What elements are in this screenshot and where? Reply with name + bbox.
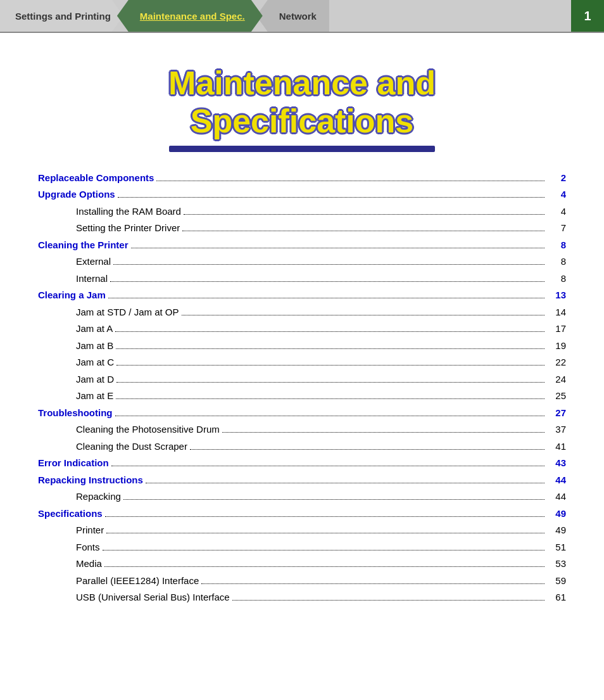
toc-dots [116,398,544,399]
toc-page: 22 [547,355,566,370]
toc-label: Specifications [38,507,103,521]
toc-entry[interactable]: Jam at A17 [38,322,566,336]
toc-entry[interactable]: Jam at C22 [38,355,566,370]
toc-page: 19 [547,339,566,353]
tab-network-label: Network [279,11,317,22]
toc-page: 25 [547,389,566,404]
toc-dots [222,432,544,433]
toc-dots [182,315,544,315]
tab-bar: Settings and Printing Maintenance and Sp… [0,0,604,33]
toc-entry[interactable]: Media53 [38,557,566,571]
toc-entry[interactable]: Jam at E25 [38,389,566,404]
tab-settings-printing[interactable]: Settings and Printing [0,0,123,32]
toc-dots [123,499,544,500]
toc-page: 8 [547,272,566,286]
toc-label: Cleaning the Photosensitive Drum [76,423,220,437]
toc-entry[interactable]: Cleaning the Dust Scraper41 [38,440,566,454]
toc-dots [108,298,544,298]
toc-page: 8 [547,255,566,269]
toc-page: 61 [547,590,566,605]
toc-entry[interactable]: Troubleshooting27 [38,406,566,421]
toc-label: Repacking [76,490,121,504]
toc-entry[interactable]: Setting the Printer Driver7 [38,221,566,236]
toc-dots [232,600,544,601]
toc-dots [110,281,544,282]
toc-label: Upgrade Options [38,188,115,202]
toc-dots [113,264,544,265]
toc-entry[interactable]: Repacking Instructions44 [38,473,566,488]
toc-page: 53 [547,557,566,571]
toc-label: Troubleshooting [38,406,113,421]
toc-entry[interactable]: Jam at D24 [38,372,566,387]
toc-dots [184,214,544,215]
toc-page: 17 [547,322,566,336]
toc-page: 49 [547,523,566,538]
toc-page: 59 [547,574,566,589]
title-underline [169,146,435,152]
toc-page: 27 [547,406,566,421]
toc-dots [111,466,544,466]
toc-entry[interactable]: USB (Universal Serial Bus) Interface61 [38,590,566,605]
toc-label: Jam at E [76,389,113,404]
toc-label: Fonts [76,540,100,555]
toc-entry[interactable]: Upgrade Options4 [38,188,566,202]
toc-label: Jam at D [76,372,114,387]
toc-page: 4 [547,188,566,202]
toc-dots [104,566,544,567]
toc-label: Cleaning the Dust Scraper [76,440,187,454]
toc-label: Printer [76,523,104,538]
toc-entry[interactable]: Cleaning the Printer8 [38,238,566,253]
toc-dots [105,516,544,517]
toc-entry[interactable]: Specifications49 [38,507,566,521]
toc-label: Repacking Instructions [38,473,143,488]
tab-settings-printing-label: Settings and Printing [15,11,111,22]
toc-page: 49 [547,507,566,521]
toc-entry[interactable]: Parallel (IEEE1284) Interface59 [38,574,566,589]
toc-entry[interactable]: Installing the RAM Board4 [38,205,566,219]
toc-dots [103,550,544,550]
title-line2: Specifications [38,103,566,141]
toc-entry[interactable]: Repacking44 [38,490,566,504]
title-line1: Maintenance and [38,65,566,103]
toc-entry[interactable]: Fonts51 [38,540,566,555]
toc-page: 51 [547,540,566,555]
toc-entry[interactable]: Clearing a Jam13 [38,288,566,303]
toc-page: 4 [547,205,566,219]
toc-label: Cleaning the Printer [38,238,129,253]
toc-entry[interactable]: Jam at B19 [38,339,566,353]
toc-dots [115,331,544,332]
toc-entry[interactable]: Internal8 [38,272,566,286]
toc-dots [182,231,544,231]
toc-label: Jam at C [76,355,114,370]
toc-label: Error Indication [38,456,109,471]
toc-entry[interactable]: Jam at STD / Jam at OP14 [38,305,566,320]
toc-entry[interactable]: Cleaning the Photosensitive Drum37 [38,423,566,437]
toc-dots [115,416,545,416]
toc-entry[interactable]: External8 [38,255,566,269]
main-content: Maintenance and Specifications Replaceab… [0,33,604,633]
toc-dots [131,248,544,248]
toc-page: 44 [547,490,566,504]
toc-label: Setting the Printer Driver [76,221,180,236]
toc-dots [116,382,544,383]
toc-page: 43 [547,456,566,471]
toc-entry[interactable]: Printer49 [38,523,566,538]
toc-label: Jam at A [76,322,113,336]
toc-dots [106,533,544,533]
toc-dots [118,197,544,198]
toc-entry[interactable]: Replaceable Components2 [38,171,566,186]
toc-page: 41 [547,440,566,454]
tab-maintenance[interactable]: Maintenance and Spec. [117,0,263,32]
page-number: 1 [571,0,604,32]
toc-page: 2 [547,171,566,186]
toc-label: USB (Universal Serial Bus) Interface [76,590,230,605]
toc-dots [116,348,544,349]
toc-page: 7 [547,221,566,236]
toc-dots [146,483,544,483]
table-of-contents: Replaceable Components2Upgrade Options4I… [38,171,566,605]
toc-page: 37 [547,423,566,437]
toc-label: Installing the RAM Board [76,205,181,219]
tab-network[interactable]: Network [256,0,329,32]
toc-page: 14 [547,305,566,320]
toc-entry[interactable]: Error Indication43 [38,456,566,471]
